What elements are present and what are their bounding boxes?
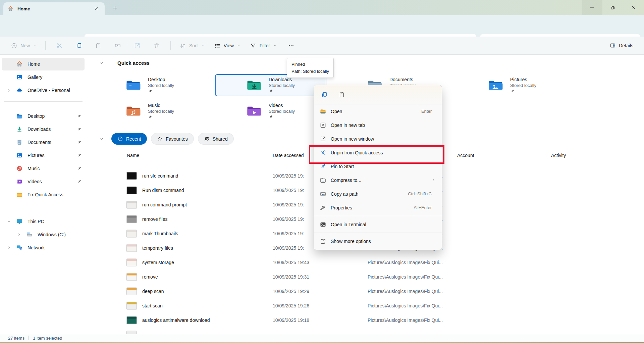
pin-icon [148, 115, 174, 120]
shortcut-hint: Enter [421, 109, 432, 114]
quick-access-title: Quick access [117, 60, 150, 66]
context-menu-quick-actions [314, 85, 442, 104]
submenu-chevron-icon [432, 178, 436, 182]
selection-count: 1 item selected [33, 336, 62, 341]
pin-icon [269, 89, 295, 94]
status-bar: 27 items 1 item selected [0, 334, 644, 342]
tab-close-button[interactable] [92, 4, 101, 13]
show-more-icon [320, 238, 326, 245]
close-window-button[interactable] [623, 0, 644, 15]
sort-button[interactable]: Sort [175, 39, 209, 52]
sidebar-item-gallery[interactable]: Gallery [2, 71, 85, 84]
context-menu: OpenEnterOpen in new tabOpen in new wind… [314, 85, 442, 250]
clock-icon [117, 136, 123, 142]
filter-pill-favourites[interactable]: Favourites [151, 133, 194, 145]
tooltip-line1: Pinned [291, 61, 329, 68]
filter-pill-shared[interactable]: Shared [198, 133, 234, 145]
sidebar-item-network[interactable]: Network [2, 241, 85, 254]
sidebar-item-music[interactable]: Music [2, 162, 85, 175]
plus-circle-icon [11, 42, 17, 49]
paste-button[interactable] [89, 39, 108, 52]
sidebar-item-desktop[interactable]: Desktop [2, 110, 85, 122]
annotation-highlight-box [309, 145, 444, 164]
minimize-button[interactable] [582, 0, 602, 15]
window-controls [582, 0, 644, 15]
file-thumbnail [126, 273, 137, 281]
column-header-activity[interactable]: Activity [551, 153, 566, 158]
menu-item-compress-to-[interactable]: Compress to... [314, 173, 442, 187]
pin-outline-icon [320, 163, 326, 170]
quick-access-tile-videos[interactable]: VideosStored locally [215, 100, 326, 122]
pin-icon [77, 166, 82, 171]
more-button[interactable] [281, 39, 301, 52]
new-button[interactable]: New [6, 39, 41, 52]
filter-icon [250, 42, 257, 49]
menu-item-copy-as-path[interactable]: Copy as pathCtrl+Shift+C [314, 187, 442, 201]
column-header-name[interactable]: Name [127, 153, 139, 158]
file-row-remove[interactable]: remove10/09/2025 19:31Pictures\Auslogics… [87, 270, 644, 284]
quick-access-tile-desktop[interactable]: DesktopStored locally [94, 74, 206, 96]
people-icon [204, 136, 210, 142]
delete-button[interactable] [147, 39, 166, 52]
rename-button[interactable] [108, 39, 127, 52]
filter-pill-recent[interactable]: Recent [111, 133, 147, 145]
cut-button[interactable] [50, 39, 69, 52]
maximize-restore-button[interactable] [602, 0, 623, 15]
chevron-down-icon [273, 44, 277, 47]
restore-icon [610, 5, 615, 10]
paste-icon [95, 42, 102, 49]
file-thumbnail [126, 186, 137, 194]
menu-quick-copy-button[interactable] [319, 89, 330, 100]
rename-icon [114, 42, 121, 49]
folder-open-icon [320, 108, 326, 115]
file-thumbnail [126, 201, 137, 208]
sidebar-item-onedrive-personal[interactable]: OneDrive - Personal [2, 84, 85, 97]
this-pc-icon [16, 218, 23, 225]
shortcut-hint: Alt+Enter [414, 205, 432, 210]
sidebar-divider [4, 101, 83, 102]
pin-icon [77, 179, 82, 184]
file-row-start-scan[interactable]: start scan10/09/2025 19:26Pictures\Auslo… [87, 298, 644, 313]
menu-item-show-more-options[interactable]: Show more options [314, 234, 442, 248]
sidebar-item-pictures[interactable]: Pictures [2, 149, 85, 162]
new-tab-button[interactable] [110, 3, 120, 13]
compress-icon [320, 177, 326, 184]
file-row-auslogics-antimalware-download[interactable]: auslogics antimalware download10/09/2025… [87, 313, 644, 327]
column-header-account[interactable]: Account [457, 153, 474, 158]
menu-item-properties[interactable]: PropertiesAlt+Enter [314, 201, 442, 214]
quick-access-tile-pictures[interactable]: PicturesStored locally [457, 74, 568, 96]
quick-access-tile-music[interactable]: MusicStored locally [94, 100, 206, 122]
sidebar-item-downloads[interactable]: Downloads [2, 123, 85, 136]
shortcut-hint: Ctrl+Shift+C [408, 191, 432, 196]
details-button[interactable]: Details [606, 39, 637, 52]
copy-button[interactable] [69, 39, 89, 52]
pin-icon [510, 89, 536, 94]
column-header-date-accessed[interactable]: Date accessed [273, 153, 304, 158]
chevron-down-icon[interactable] [99, 61, 104, 65]
view-button[interactable]: View [209, 39, 245, 52]
file-row-system-storage[interactable]: system storage10/09/2025 19:43Pictures\A… [87, 255, 644, 270]
document-icon [16, 139, 23, 146]
sidebar-item-fix-quick-access[interactable]: Fix Quick Access [2, 188, 85, 201]
filter-button[interactable]: Filter [245, 39, 281, 52]
titlebar: Home [0, 0, 644, 15]
network-icon [16, 244, 23, 251]
chevron-down-icon [33, 44, 37, 47]
sidebar-item-videos[interactable]: Videos [2, 175, 85, 188]
desktop-edge [0, 342, 644, 343]
file-row-deep-scan[interactable]: deep scan10/09/2025 19:29Pictures\Auslog… [87, 284, 644, 298]
sidebar-item-this-pc[interactable]: This PC [2, 215, 85, 228]
menu-quick-paste-button[interactable] [336, 89, 347, 100]
sidebar-item-home[interactable]: Home [2, 58, 85, 70]
menu-item-open-in-terminal[interactable]: Open in Terminal [314, 217, 442, 231]
menu-item-open-in-new-window[interactable]: Open in new window [314, 132, 442, 146]
file-row[interactable] [87, 327, 644, 334]
chevron-down-icon[interactable] [99, 137, 104, 141]
menu-item-open-in-new-tab[interactable]: Open in new tab [314, 118, 442, 132]
share-button[interactable] [127, 39, 147, 52]
sidebar-item-documents[interactable]: Documents [2, 136, 85, 149]
file-thumbnail [126, 302, 137, 309]
sidebar-item-windows-c-[interactable]: Windows (C:) [2, 228, 85, 241]
menu-item-open[interactable]: OpenEnter [314, 104, 442, 118]
explorer-tab-home[interactable]: Home [3, 2, 105, 15]
